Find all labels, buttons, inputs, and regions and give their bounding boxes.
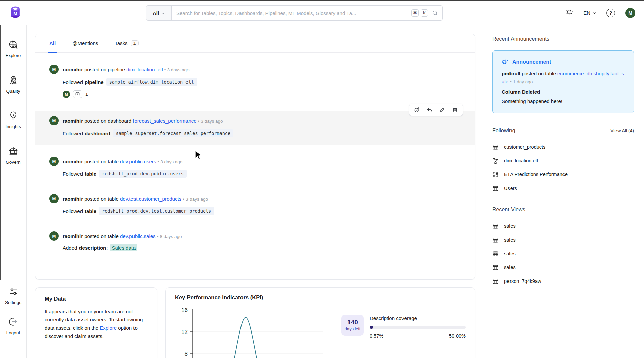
recent-view-item-label: sales [504, 265, 516, 270]
feed-body-prefix: Followed [63, 79, 83, 85]
separator-dot: • [183, 197, 184, 202]
avatar[interactable]: M [49, 116, 59, 125]
notifications-bell-icon[interactable] [565, 9, 573, 17]
feed-item-timestamp: 3 days ago [186, 197, 208, 202]
main-content: All @Mentions Tasks 1 [27, 25, 482, 358]
recent-view-item[interactable]: sales [492, 247, 634, 261]
sidebar-item[interactable]: Settings [5, 286, 21, 305]
feed-list: M raomihir posted on pipeline dim_locati… [35, 53, 475, 257]
kpi-line-chart: 16 12 8 [175, 301, 326, 358]
insights-bulb-icon [8, 110, 19, 121]
feed-body-prefix: Added [63, 245, 77, 251]
sidebar-item[interactable]: Explore [6, 39, 21, 58]
feed-item-header: M raomihir posted on dashboard forecast_… [49, 116, 461, 125]
feed-body-entity-chip[interactable]: redshift_prod.dev.public.users [99, 170, 187, 178]
recent-view-item-label: sales [504, 223, 516, 229]
feed-item-entity-link[interactable]: dev.public.sales [120, 233, 156, 239]
feed-body-entity-chip[interactable]: sample_airflow.dim_location_etl [106, 78, 197, 86]
recent-view-item[interactable]: sales [492, 261, 634, 274]
sidebar-item[interactable]: Insights [5, 110, 21, 129]
add-reaction-icon[interactable] [414, 107, 420, 113]
language-selector[interactable]: EN [583, 10, 596, 16]
left-sidebar: Explore Quality [0, 25, 27, 358]
openmetadata-logo[interactable]: M [6, 3, 25, 22]
feed-item-entity-link[interactable]: dim_location_etl [126, 67, 163, 72]
sidebar-item[interactable]: Logout [6, 316, 20, 335]
feed-body-entity-chip[interactable]: Sales data [110, 244, 137, 251]
search-icon[interactable] [432, 10, 438, 16]
sidebar-item[interactable]: Govern [6, 146, 20, 165]
feed-item[interactable]: M raomihir posted on dashboard forecast_… [35, 111, 475, 145]
user-avatar-initial: M [628, 10, 632, 16]
feed-item-title: raomihir posted on table dev.test.custom… [63, 196, 208, 202]
recent-view-item[interactable]: sales [492, 219, 634, 233]
feed-item-entity-link[interactable]: forecast_sales_performance [133, 118, 196, 124]
coverage-progress-fill [370, 326, 373, 329]
reply-avatar[interactable]: M [63, 91, 70, 98]
right-panel: Recent Announcements Announcement pmbrul… [482, 25, 644, 358]
feed-tab-badge: 1 [131, 40, 139, 46]
feed-item-entity-link[interactable]: dev.public.users [120, 159, 156, 164]
avatar[interactable]: M [49, 65, 59, 74]
avatar-initial: M [52, 196, 56, 201]
window-left-edge [0, 25, 1, 280]
feed-tab[interactable]: @Mentions [72, 34, 98, 52]
user-avatar[interactable]: M [625, 8, 635, 18]
help-button[interactable]: ? [606, 9, 615, 17]
y-tick-12: 12 [181, 329, 188, 335]
search-filter-dropdown[interactable]: All [146, 6, 172, 20]
table-icon [492, 237, 499, 243]
avatar-initial: M [52, 118, 56, 123]
feed-tab[interactable]: Tasks 1 [115, 34, 138, 52]
feed-item-entity-link[interactable]: dev.test.customer_products [120, 196, 181, 202]
feed-item-user: raomihir [63, 159, 83, 164]
feed-item-timestamp: 8 days ago [160, 234, 182, 239]
following-view-all-link[interactable]: View All (4) [610, 128, 634, 133]
feed-item[interactable]: M raomihir posted on table dev.test.cust… [35, 191, 475, 220]
reply-count: 1 [85, 92, 88, 97]
top-header: M All ⌘ K EN ? M [0, 1, 644, 25]
following-item[interactable]: ETA Predictions Performance [492, 168, 634, 182]
feed-item-action: posted on dashboard [84, 118, 131, 124]
days-left-value: 140 [347, 319, 358, 326]
edit-pencil-icon[interactable] [439, 107, 445, 113]
explore-link[interactable]: Explore [100, 325, 117, 331]
announcement-card[interactable]: Announcement pmbrull posted on table eco… [492, 50, 634, 113]
following-item[interactable]: customer_products [492, 140, 634, 154]
my-data-text: It appears that you or your team are not… [45, 308, 148, 340]
sidebar-item-label: Insights [5, 124, 21, 129]
coverage-target: 50.00% [449, 333, 466, 339]
avatar[interactable]: M [49, 231, 59, 241]
feed-item-hover-toolbar [409, 104, 463, 116]
feed-item[interactable]: M raomihir posted on table dev.public.us… [35, 153, 475, 183]
sidebar-item-label: Explore [6, 53, 21, 58]
feed-item-user: raomihir [63, 118, 83, 124]
feed-item[interactable]: M raomihir posted on pipeline dim_locati… [35, 61, 475, 103]
avatar[interactable]: M [49, 194, 59, 203]
delete-trash-icon[interactable] [452, 107, 458, 113]
feed-body-entity-chip[interactable]: redshift_prod.dev.test.customer_products [99, 207, 214, 215]
feed-tab[interactable]: All [49, 34, 56, 52]
recent-announcements-title: Recent Announcements [492, 36, 634, 42]
reply-icon[interactable] [426, 107, 433, 113]
megaphone-icon [502, 58, 509, 65]
header-right-actions: EN ? M [565, 8, 635, 18]
recent-view-item[interactable]: person_7q4k9aw [492, 274, 634, 288]
sidebar-item[interactable]: Quality [6, 75, 20, 94]
recent-views-title: Recent Views [492, 207, 634, 213]
feed-item-action: posted on table [84, 233, 119, 239]
kpi-title: Key Performance Indicators (KPI) [175, 294, 466, 301]
kbd-cmd: ⌘ [411, 9, 419, 17]
following-item[interactable]: dim_location etl [492, 154, 634, 168]
feed-item-action: posted on pipeline [84, 67, 125, 72]
recent-view-item[interactable]: sales [492, 233, 634, 247]
feed-item-body: Followed pipeline sample_airflow.dim_loc… [63, 78, 461, 86]
search-input[interactable] [172, 6, 411, 20]
avatar[interactable]: M [49, 157, 59, 166]
feed-body-entity-chip[interactable]: sample_superset.forecast_sales_performan… [113, 129, 233, 137]
announcement-user: pmbrull [502, 71, 520, 76]
following-list: customer_products dim_location etl [492, 140, 634, 195]
reply-count-icon[interactable] [73, 90, 82, 98]
following-item[interactable]: Users [492, 182, 634, 195]
feed-item[interactable]: M raomihir posted on table dev.public.sa… [35, 228, 475, 257]
